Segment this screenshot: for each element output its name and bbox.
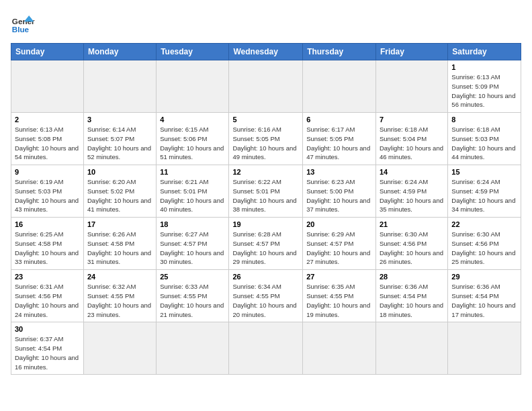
week-row-2: 2Sunrise: 6:13 AMSunset: 5:08 PMDaylight… xyxy=(11,113,521,165)
calendar-cell: 7Sunrise: 6:18 AMSunset: 5:04 PMDaylight… xyxy=(375,113,447,165)
day-info: Sunrise: 6:36 AMSunset: 4:54 PMDaylight:… xyxy=(451,282,517,319)
day-info: Sunrise: 6:23 AMSunset: 5:00 PMDaylight:… xyxy=(306,177,372,214)
day-number: 25 xyxy=(160,273,225,281)
page-header: General Blue xyxy=(11,11,521,35)
calendar-cell xyxy=(11,60,84,113)
week-row-4: 16Sunrise: 6:25 AMSunset: 4:58 PMDayligh… xyxy=(11,218,521,270)
calendar-cell xyxy=(375,322,447,375)
calendar-cell: 26Sunrise: 6:34 AMSunset: 4:55 PMDayligh… xyxy=(229,270,303,322)
day-info: Sunrise: 6:24 AMSunset: 4:59 PMDaylight:… xyxy=(451,177,517,214)
day-number: 10 xyxy=(87,168,152,176)
calendar-cell: 5Sunrise: 6:16 AMSunset: 5:05 PMDaylight… xyxy=(229,113,303,165)
week-row-5: 23Sunrise: 6:31 AMSunset: 4:56 PMDayligh… xyxy=(11,270,521,322)
calendar-cell: 23Sunrise: 6:31 AMSunset: 4:56 PMDayligh… xyxy=(11,270,84,322)
day-number: 18 xyxy=(160,220,225,228)
day-number: 17 xyxy=(87,220,152,228)
day-number: 20 xyxy=(306,220,372,228)
day-number: 11 xyxy=(160,168,225,176)
day-info: Sunrise: 6:27 AMSunset: 4:57 PMDaylight:… xyxy=(160,230,225,267)
calendar-cell: 28Sunrise: 6:36 AMSunset: 4:54 PMDayligh… xyxy=(375,270,447,322)
day-info: Sunrise: 6:18 AMSunset: 5:04 PMDaylight:… xyxy=(380,125,444,162)
calendar-cell xyxy=(303,60,376,113)
calendar-cell: 20Sunrise: 6:29 AMSunset: 4:57 PMDayligh… xyxy=(303,218,376,270)
calendar-cell: 18Sunrise: 6:27 AMSunset: 4:57 PMDayligh… xyxy=(157,218,229,270)
day-number: 21 xyxy=(380,220,444,228)
weekday-header-sunday: Sunday xyxy=(11,44,84,60)
calendar-cell: 8Sunrise: 6:18 AMSunset: 5:03 PMDaylight… xyxy=(448,113,521,165)
svg-text:Blue: Blue xyxy=(12,25,30,34)
day-number: 16 xyxy=(15,220,80,228)
calendar-cell: 10Sunrise: 6:20 AMSunset: 5:02 PMDayligh… xyxy=(84,165,157,218)
calendar-cell: 19Sunrise: 6:28 AMSunset: 4:57 PMDayligh… xyxy=(229,218,303,270)
calendar-cell: 9Sunrise: 6:19 AMSunset: 5:03 PMDaylight… xyxy=(11,165,84,218)
week-row-6: 30Sunrise: 6:37 AMSunset: 4:54 PMDayligh… xyxy=(11,322,521,375)
day-number: 4 xyxy=(160,116,225,124)
week-row-3: 9Sunrise: 6:19 AMSunset: 5:03 PMDaylight… xyxy=(11,165,521,218)
day-info: Sunrise: 6:22 AMSunset: 5:01 PMDaylight:… xyxy=(232,177,299,214)
calendar-cell: 30Sunrise: 6:37 AMSunset: 4:54 PMDayligh… xyxy=(11,322,84,375)
day-info: Sunrise: 6:14 AMSunset: 5:07 PMDaylight:… xyxy=(87,125,152,162)
day-number: 28 xyxy=(380,273,444,281)
day-number: 1 xyxy=(451,63,517,71)
calendar-cell: 22Sunrise: 6:30 AMSunset: 4:56 PMDayligh… xyxy=(448,218,521,270)
day-number: 14 xyxy=(380,168,444,176)
day-info: Sunrise: 6:25 AMSunset: 4:58 PMDaylight:… xyxy=(15,230,80,267)
calendar-cell: 4Sunrise: 6:15 AMSunset: 5:06 PMDaylight… xyxy=(157,113,229,165)
day-info: Sunrise: 6:20 AMSunset: 5:02 PMDaylight:… xyxy=(87,177,152,214)
logo-icon: General Blue xyxy=(11,11,35,35)
day-info: Sunrise: 6:28 AMSunset: 4:57 PMDaylight:… xyxy=(232,230,299,267)
day-info: Sunrise: 6:35 AMSunset: 4:55 PMDaylight:… xyxy=(306,282,372,319)
logo: General Blue xyxy=(11,11,35,35)
day-number: 6 xyxy=(306,116,372,124)
day-info: Sunrise: 6:13 AMSunset: 5:08 PMDaylight:… xyxy=(15,125,80,162)
calendar-cell: 21Sunrise: 6:30 AMSunset: 4:56 PMDayligh… xyxy=(375,218,447,270)
calendar-cell: 16Sunrise: 6:25 AMSunset: 4:58 PMDayligh… xyxy=(11,218,84,270)
calendar-table: SundayMondayTuesdayWednesdayThursdayFrid… xyxy=(11,43,521,375)
calendar-cell: 2Sunrise: 6:13 AMSunset: 5:08 PMDaylight… xyxy=(11,113,84,165)
day-info: Sunrise: 6:29 AMSunset: 4:57 PMDaylight:… xyxy=(306,230,372,267)
day-number: 30 xyxy=(15,325,80,333)
day-info: Sunrise: 6:26 AMSunset: 4:58 PMDaylight:… xyxy=(87,230,152,267)
day-number: 29 xyxy=(451,273,517,281)
weekday-header-friday: Friday xyxy=(375,44,447,60)
day-number: 13 xyxy=(306,168,372,176)
day-number: 22 xyxy=(451,220,517,228)
day-number: 2 xyxy=(15,116,80,124)
weekday-header-row: SundayMondayTuesdayWednesdayThursdayFrid… xyxy=(11,44,521,60)
day-info: Sunrise: 6:17 AMSunset: 5:05 PMDaylight:… xyxy=(306,125,372,162)
calendar-cell: 13Sunrise: 6:23 AMSunset: 5:00 PMDayligh… xyxy=(303,165,376,218)
calendar-cell xyxy=(448,322,521,375)
weekday-header-monday: Monday xyxy=(84,44,157,60)
calendar-cell: 1Sunrise: 6:13 AMSunset: 5:09 PMDaylight… xyxy=(448,60,521,113)
week-row-1: 1Sunrise: 6:13 AMSunset: 5:09 PMDaylight… xyxy=(11,60,521,113)
calendar-cell xyxy=(84,322,157,375)
day-number: 7 xyxy=(380,116,444,124)
calendar-cell: 11Sunrise: 6:21 AMSunset: 5:01 PMDayligh… xyxy=(157,165,229,218)
day-info: Sunrise: 6:19 AMSunset: 5:03 PMDaylight:… xyxy=(15,177,80,214)
day-number: 19 xyxy=(232,220,299,228)
calendar-cell: 29Sunrise: 6:36 AMSunset: 4:54 PMDayligh… xyxy=(448,270,521,322)
day-number: 27 xyxy=(306,273,372,281)
calendar-cell xyxy=(229,322,303,375)
day-info: Sunrise: 6:33 AMSunset: 4:55 PMDaylight:… xyxy=(160,282,225,319)
calendar-cell xyxy=(229,60,303,113)
day-info: Sunrise: 6:34 AMSunset: 4:55 PMDaylight:… xyxy=(232,282,299,319)
calendar-cell: 25Sunrise: 6:33 AMSunset: 4:55 PMDayligh… xyxy=(157,270,229,322)
day-info: Sunrise: 6:13 AMSunset: 5:09 PMDaylight:… xyxy=(451,73,517,109)
calendar-cell: 12Sunrise: 6:22 AMSunset: 5:01 PMDayligh… xyxy=(229,165,303,218)
day-info: Sunrise: 6:37 AMSunset: 4:54 PMDaylight:… xyxy=(15,334,80,371)
day-number: 9 xyxy=(15,168,80,176)
calendar-cell xyxy=(157,60,229,113)
day-number: 15 xyxy=(451,168,517,176)
calendar-cell: 3Sunrise: 6:14 AMSunset: 5:07 PMDaylight… xyxy=(84,113,157,165)
weekday-header-saturday: Saturday xyxy=(448,44,521,60)
calendar-cell: 15Sunrise: 6:24 AMSunset: 4:59 PMDayligh… xyxy=(448,165,521,218)
day-number: 12 xyxy=(232,168,299,176)
calendar-cell: 24Sunrise: 6:32 AMSunset: 4:55 PMDayligh… xyxy=(84,270,157,322)
calendar-cell: 6Sunrise: 6:17 AMSunset: 5:05 PMDaylight… xyxy=(303,113,376,165)
day-number: 5 xyxy=(232,116,299,124)
calendar-cell: 14Sunrise: 6:24 AMSunset: 4:59 PMDayligh… xyxy=(375,165,447,218)
weekday-header-wednesday: Wednesday xyxy=(229,44,303,60)
day-info: Sunrise: 6:15 AMSunset: 5:06 PMDaylight:… xyxy=(160,125,225,162)
calendar-cell xyxy=(303,322,376,375)
